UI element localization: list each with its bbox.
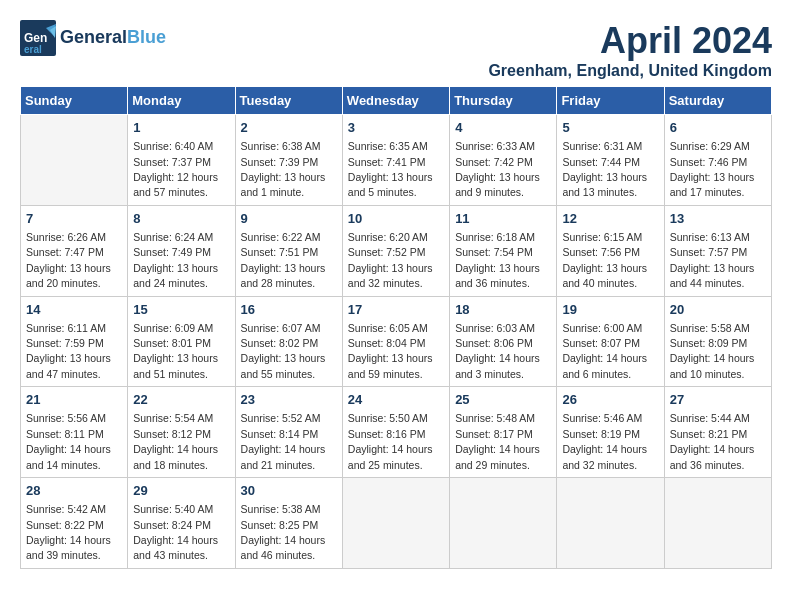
calendar-cell: 17Sunrise: 6:05 AMSunset: 8:04 PMDayligh…: [342, 296, 449, 387]
day-number: 15: [133, 301, 229, 319]
weekday-header: Thursday: [450, 87, 557, 115]
calendar-cell: [342, 478, 449, 569]
calendar-cell: 4Sunrise: 6:33 AMSunset: 7:42 PMDaylight…: [450, 115, 557, 206]
location: Greenham, England, United Kingdom: [488, 62, 772, 80]
day-number: 3: [348, 119, 444, 137]
day-number: 19: [562, 301, 658, 319]
weekday-header: Monday: [128, 87, 235, 115]
day-number: 11: [455, 210, 551, 228]
day-number: 17: [348, 301, 444, 319]
day-number: 12: [562, 210, 658, 228]
day-info: Sunrise: 6:26 AMSunset: 7:47 PMDaylight:…: [26, 231, 111, 289]
calendar-week-row: 28Sunrise: 5:42 AMSunset: 8:22 PMDayligh…: [21, 478, 772, 569]
day-number: 14: [26, 301, 122, 319]
day-info: Sunrise: 5:54 AMSunset: 8:12 PMDaylight:…: [133, 412, 218, 470]
calendar-cell: 29Sunrise: 5:40 AMSunset: 8:24 PMDayligh…: [128, 478, 235, 569]
day-info: Sunrise: 6:20 AMSunset: 7:52 PMDaylight:…: [348, 231, 433, 289]
calendar-table: SundayMondayTuesdayWednesdayThursdayFrid…: [20, 86, 772, 569]
day-info: Sunrise: 6:29 AMSunset: 7:46 PMDaylight:…: [670, 140, 755, 198]
calendar-cell: 25Sunrise: 5:48 AMSunset: 8:17 PMDayligh…: [450, 387, 557, 478]
calendar-cell: 13Sunrise: 6:13 AMSunset: 7:57 PMDayligh…: [664, 205, 771, 296]
calendar-cell: [664, 478, 771, 569]
day-info: Sunrise: 6:11 AMSunset: 7:59 PMDaylight:…: [26, 322, 111, 380]
calendar-cell: 1Sunrise: 6:40 AMSunset: 7:37 PMDaylight…: [128, 115, 235, 206]
day-info: Sunrise: 5:56 AMSunset: 8:11 PMDaylight:…: [26, 412, 111, 470]
day-info: Sunrise: 5:42 AMSunset: 8:22 PMDaylight:…: [26, 503, 111, 561]
day-number: 16: [241, 301, 337, 319]
calendar-cell: 7Sunrise: 6:26 AMSunset: 7:47 PMDaylight…: [21, 205, 128, 296]
calendar-cell: 28Sunrise: 5:42 AMSunset: 8:22 PMDayligh…: [21, 478, 128, 569]
calendar-cell: 20Sunrise: 5:58 AMSunset: 8:09 PMDayligh…: [664, 296, 771, 387]
day-info: Sunrise: 5:40 AMSunset: 8:24 PMDaylight:…: [133, 503, 218, 561]
day-info: Sunrise: 6:31 AMSunset: 7:44 PMDaylight:…: [562, 140, 647, 198]
day-number: 20: [670, 301, 766, 319]
page-header: Gen eral GeneralBlue April 2024 Greenham…: [20, 20, 772, 80]
day-info: Sunrise: 6:40 AMSunset: 7:37 PMDaylight:…: [133, 140, 218, 198]
calendar-cell: [21, 115, 128, 206]
calendar-cell: [450, 478, 557, 569]
calendar-cell: 12Sunrise: 6:15 AMSunset: 7:56 PMDayligh…: [557, 205, 664, 296]
day-number: 2: [241, 119, 337, 137]
weekday-header: Saturday: [664, 87, 771, 115]
day-info: Sunrise: 6:07 AMSunset: 8:02 PMDaylight:…: [241, 322, 326, 380]
day-info: Sunrise: 6:33 AMSunset: 7:42 PMDaylight:…: [455, 140, 540, 198]
calendar-cell: 26Sunrise: 5:46 AMSunset: 8:19 PMDayligh…: [557, 387, 664, 478]
day-info: Sunrise: 5:58 AMSunset: 8:09 PMDaylight:…: [670, 322, 755, 380]
day-info: Sunrise: 6:22 AMSunset: 7:51 PMDaylight:…: [241, 231, 326, 289]
day-info: Sunrise: 5:48 AMSunset: 8:17 PMDaylight:…: [455, 412, 540, 470]
calendar-cell: 15Sunrise: 6:09 AMSunset: 8:01 PMDayligh…: [128, 296, 235, 387]
calendar-cell: 6Sunrise: 6:29 AMSunset: 7:46 PMDaylight…: [664, 115, 771, 206]
day-info: Sunrise: 6:05 AMSunset: 8:04 PMDaylight:…: [348, 322, 433, 380]
calendar-cell: 3Sunrise: 6:35 AMSunset: 7:41 PMDaylight…: [342, 115, 449, 206]
day-info: Sunrise: 6:13 AMSunset: 7:57 PMDaylight:…: [670, 231, 755, 289]
day-number: 24: [348, 391, 444, 409]
day-number: 7: [26, 210, 122, 228]
day-info: Sunrise: 6:09 AMSunset: 8:01 PMDaylight:…: [133, 322, 218, 380]
day-info: Sunrise: 5:44 AMSunset: 8:21 PMDaylight:…: [670, 412, 755, 470]
calendar-cell: 9Sunrise: 6:22 AMSunset: 7:51 PMDaylight…: [235, 205, 342, 296]
day-number: 5: [562, 119, 658, 137]
calendar-week-row: 1Sunrise: 6:40 AMSunset: 7:37 PMDaylight…: [21, 115, 772, 206]
day-info: Sunrise: 5:38 AMSunset: 8:25 PMDaylight:…: [241, 503, 326, 561]
calendar-cell: 19Sunrise: 6:00 AMSunset: 8:07 PMDayligh…: [557, 296, 664, 387]
weekday-header: Sunday: [21, 87, 128, 115]
day-number: 8: [133, 210, 229, 228]
day-number: 21: [26, 391, 122, 409]
day-info: Sunrise: 6:15 AMSunset: 7:56 PMDaylight:…: [562, 231, 647, 289]
day-number: 18: [455, 301, 551, 319]
svg-text:Gen: Gen: [24, 31, 47, 45]
calendar-cell: 2Sunrise: 6:38 AMSunset: 7:39 PMDaylight…: [235, 115, 342, 206]
weekday-header: Tuesday: [235, 87, 342, 115]
calendar-cell: 30Sunrise: 5:38 AMSunset: 8:25 PMDayligh…: [235, 478, 342, 569]
calendar-cell: 11Sunrise: 6:18 AMSunset: 7:54 PMDayligh…: [450, 205, 557, 296]
day-number: 27: [670, 391, 766, 409]
day-number: 30: [241, 482, 337, 500]
calendar-cell: 27Sunrise: 5:44 AMSunset: 8:21 PMDayligh…: [664, 387, 771, 478]
weekday-header: Wednesday: [342, 87, 449, 115]
calendar-cell: 5Sunrise: 6:31 AMSunset: 7:44 PMDaylight…: [557, 115, 664, 206]
day-info: Sunrise: 6:18 AMSunset: 7:54 PMDaylight:…: [455, 231, 540, 289]
day-number: 13: [670, 210, 766, 228]
calendar-cell: 16Sunrise: 6:07 AMSunset: 8:02 PMDayligh…: [235, 296, 342, 387]
logo-text: GeneralBlue: [60, 28, 166, 48]
calendar-cell: 24Sunrise: 5:50 AMSunset: 8:16 PMDayligh…: [342, 387, 449, 478]
day-number: 29: [133, 482, 229, 500]
calendar-cell: 23Sunrise: 5:52 AMSunset: 8:14 PMDayligh…: [235, 387, 342, 478]
svg-text:eral: eral: [24, 44, 42, 55]
calendar-cell: 22Sunrise: 5:54 AMSunset: 8:12 PMDayligh…: [128, 387, 235, 478]
day-number: 6: [670, 119, 766, 137]
day-number: 22: [133, 391, 229, 409]
title-block: April 2024 Greenham, England, United Kin…: [488, 20, 772, 80]
logo-icon: Gen eral: [20, 20, 56, 56]
day-info: Sunrise: 5:52 AMSunset: 8:14 PMDaylight:…: [241, 412, 326, 470]
logo: Gen eral GeneralBlue: [20, 20, 166, 56]
calendar-cell: 14Sunrise: 6:11 AMSunset: 7:59 PMDayligh…: [21, 296, 128, 387]
day-info: Sunrise: 5:46 AMSunset: 8:19 PMDaylight:…: [562, 412, 647, 470]
calendar-week-row: 14Sunrise: 6:11 AMSunset: 7:59 PMDayligh…: [21, 296, 772, 387]
day-info: Sunrise: 6:00 AMSunset: 8:07 PMDaylight:…: [562, 322, 647, 380]
calendar-cell: 18Sunrise: 6:03 AMSunset: 8:06 PMDayligh…: [450, 296, 557, 387]
calendar-cell: 8Sunrise: 6:24 AMSunset: 7:49 PMDaylight…: [128, 205, 235, 296]
day-number: 28: [26, 482, 122, 500]
day-number: 9: [241, 210, 337, 228]
day-info: Sunrise: 5:50 AMSunset: 8:16 PMDaylight:…: [348, 412, 433, 470]
